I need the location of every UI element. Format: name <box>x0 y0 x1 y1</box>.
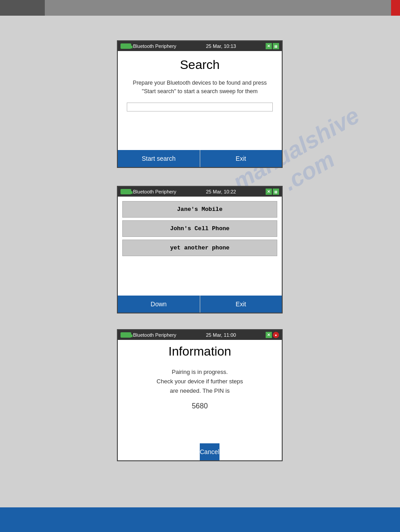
signal-icon-2: ▦ <box>273 189 279 195</box>
screen1-status-icons: ✕ ▦ <box>266 43 279 49</box>
screen3-status-bar: Bluetooth Periphery 25 Mar, 11:00 ✕ ● <box>118 330 282 340</box>
bottom-bar <box>0 507 400 532</box>
screen2-status-time: 25 Mar, 10:22 <box>206 189 236 194</box>
top-bar-right-accent <box>391 0 400 16</box>
battery-icon <box>120 43 131 49</box>
bluetooth-icon: ✕ <box>266 43 272 49</box>
screen1-description: Prepare your Bluetooth devices to be fou… <box>127 79 273 96</box>
search-input[interactable] <box>127 103 273 112</box>
screen2-exit-button[interactable]: Exit <box>200 296 282 313</box>
device-item-1[interactable]: Jane's Mobile <box>122 201 277 218</box>
battery-icon-3 <box>120 332 131 338</box>
bluetooth-icon-3: ✕ <box>266 332 272 338</box>
screen2-status-title: Bluetooth Periphery <box>133 189 176 194</box>
screen1-status-title: Bluetooth Periphery <box>133 43 176 49</box>
screen1-search: Bluetooth Periphery 25 Mar, 10:13 ✕ ▦ Se… <box>117 40 283 168</box>
battery-icon-2 <box>120 189 131 194</box>
screen3-status-time: 25 Mar, 11:00 <box>206 332 236 338</box>
screen3-body: Information Pairing is in progress.Check… <box>118 340 282 410</box>
device-item-3[interactable]: yet another phone <box>122 240 277 256</box>
screen3-status-title: Bluetooth Periphery <box>133 332 176 338</box>
device-item-2[interactable]: John's Cell Phone <box>122 220 277 237</box>
screen1-buttons: Start search Exit <box>118 150 282 167</box>
bluetooth-icon-2: ✕ <box>266 189 272 195</box>
screen1-status-time: 25 Mar, 10:13 <box>206 43 236 49</box>
pin-code: 5680 <box>127 402 273 410</box>
screen3-title: Information <box>127 344 273 359</box>
screen2-buttons: Down Exit <box>118 296 282 313</box>
screen3-status-left: Bluetooth Periphery <box>120 332 176 338</box>
cancel-button[interactable]: Cancel <box>200 443 219 460</box>
screen3-description: Pairing is in progress.Check your device… <box>127 368 273 395</box>
screen3-information: Bluetooth Periphery 25 Mar, 11:00 ✕ ● In… <box>117 329 283 461</box>
screen1-status-left: Bluetooth Periphery <box>120 43 176 49</box>
top-bar <box>0 0 400 16</box>
screen1-body: Search Prepare your Bluetooth devices to… <box>118 51 282 112</box>
screen1-title: Search <box>127 58 273 72</box>
signal-icon: ▦ <box>273 43 279 49</box>
top-bar-left-accent <box>0 0 45 16</box>
screen2-status-left: Bluetooth Periphery <box>120 189 176 194</box>
screen1-status-bar: Bluetooth Periphery 25 Mar, 10:13 ✕ ▦ <box>118 41 282 51</box>
screen3-status-icons: ✕ ● <box>266 332 279 338</box>
down-button[interactable]: Down <box>118 296 200 313</box>
screen2-body: Jane's Mobile John's Cell Phone yet anot… <box>118 197 282 256</box>
screen3-cancel-wrap: Cancel <box>200 443 282 460</box>
screen2-status-icons: ✕ ▦ <box>266 189 279 195</box>
start-search-button[interactable]: Start search <box>118 150 200 167</box>
screen2-device-list: Bluetooth Periphery 25 Mar, 10:22 ✕ ▦ Ja… <box>117 186 283 313</box>
red-circle-icon: ● <box>273 332 279 338</box>
screen2-status-bar: Bluetooth Periphery 25 Mar, 10:22 ✕ ▦ <box>118 187 282 197</box>
screen1-exit-button[interactable]: Exit <box>200 150 282 167</box>
